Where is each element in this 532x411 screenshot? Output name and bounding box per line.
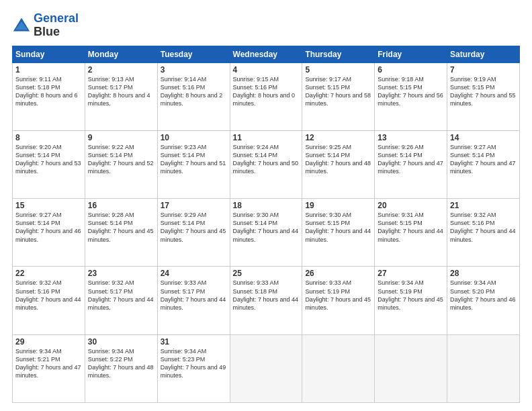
day-cell: 11Sunrise: 9:24 AMSunset: 5:14 PMDayligh…	[230, 130, 302, 198]
day-cell: 12Sunrise: 9:25 AMSunset: 5:14 PMDayligh…	[302, 130, 375, 198]
weekday-wednesday: Wednesday	[230, 46, 302, 62]
day-cell: 22Sunrise: 9:32 AMSunset: 5:16 PMDayligh…	[13, 267, 85, 334]
day-number: 31	[161, 337, 227, 347]
calendar-table: SundayMondayTuesdayWednesdayThursdayFrid…	[12, 46, 520, 403]
day-cell: 17Sunrise: 9:29 AMSunset: 5:14 PMDayligh…	[157, 199, 230, 267]
day-cell	[230, 334, 302, 402]
cell-info: Sunrise: 9:33 AMSunset: 5:17 PMDaylight:…	[161, 279, 227, 312]
day-cell: 24Sunrise: 9:33 AMSunset: 5:17 PMDayligh…	[157, 267, 230, 334]
cell-info: Sunrise: 9:30 AMSunset: 5:15 PMDaylight:…	[305, 211, 371, 244]
cell-info: Sunrise: 9:27 AMSunset: 5:14 PMDaylight:…	[450, 143, 517, 176]
header: General Blue	[12, 12, 520, 39]
cell-info: Sunrise: 9:28 AMSunset: 5:14 PMDaylight:…	[88, 211, 154, 244]
week-row-5: 29Sunrise: 9:34 AMSunset: 5:21 PMDayligh…	[13, 334, 520, 402]
day-cell: 30Sunrise: 9:34 AMSunset: 5:22 PMDayligh…	[85, 334, 157, 402]
day-number: 29	[15, 337, 82, 347]
day-cell	[302, 334, 375, 402]
day-cell: 14Sunrise: 9:27 AMSunset: 5:14 PMDayligh…	[447, 130, 520, 198]
cell-info: Sunrise: 9:11 AMSunset: 5:18 PMDaylight:…	[15, 75, 82, 108]
day-cell	[375, 334, 447, 402]
day-cell: 25Sunrise: 9:33 AMSunset: 5:18 PMDayligh…	[230, 267, 302, 334]
day-cell: 15Sunrise: 9:27 AMSunset: 5:14 PMDayligh…	[13, 199, 85, 267]
day-cell: 31Sunrise: 9:34 AMSunset: 5:23 PMDayligh…	[157, 334, 230, 402]
week-row-1: 1Sunrise: 9:11 AMSunset: 5:18 PMDaylight…	[13, 62, 520, 130]
day-cell: 26Sunrise: 9:33 AMSunset: 5:19 PMDayligh…	[302, 267, 375, 334]
day-cell: 3Sunrise: 9:14 AMSunset: 5:16 PMDaylight…	[157, 62, 230, 130]
day-number: 10	[161, 133, 227, 142]
week-row-4: 22Sunrise: 9:32 AMSunset: 5:16 PMDayligh…	[13, 267, 520, 334]
day-number: 11	[233, 133, 300, 142]
day-cell: 4Sunrise: 9:15 AMSunset: 5:16 PMDaylight…	[230, 62, 302, 130]
cell-info: Sunrise: 9:33 AMSunset: 5:18 PMDaylight:…	[233, 279, 300, 312]
weekday-saturday: Saturday	[447, 46, 520, 62]
weekday-thursday: Thursday	[302, 46, 375, 62]
cell-info: Sunrise: 9:17 AMSunset: 5:15 PMDaylight:…	[305, 75, 371, 108]
day-number: 24	[161, 269, 227, 278]
day-cell: 29Sunrise: 9:34 AMSunset: 5:21 PMDayligh…	[13, 334, 85, 402]
cell-info: Sunrise: 9:24 AMSunset: 5:14 PMDaylight:…	[233, 143, 300, 176]
cell-info: Sunrise: 9:29 AMSunset: 5:14 PMDaylight:…	[161, 211, 227, 244]
cell-info: Sunrise: 9:25 AMSunset: 5:14 PMDaylight:…	[305, 143, 371, 176]
cell-info: Sunrise: 9:34 AMSunset: 5:19 PMDaylight:…	[378, 279, 444, 312]
cell-info: Sunrise: 9:13 AMSunset: 5:17 PMDaylight:…	[88, 75, 154, 108]
cell-info: Sunrise: 9:34 AMSunset: 5:20 PMDaylight:…	[450, 279, 517, 312]
day-cell: 6Sunrise: 9:18 AMSunset: 5:15 PMDaylight…	[375, 62, 447, 130]
day-number: 6	[378, 65, 444, 75]
day-number: 27	[378, 269, 444, 278]
day-cell: 18Sunrise: 9:30 AMSunset: 5:14 PMDayligh…	[230, 199, 302, 267]
day-number: 14	[450, 133, 517, 142]
day-number: 7	[450, 65, 517, 75]
calendar-body: 1Sunrise: 9:11 AMSunset: 5:18 PMDaylight…	[13, 62, 520, 402]
logo-icon	[12, 16, 31, 35]
day-number: 8	[15, 133, 82, 142]
day-cell: 9Sunrise: 9:22 AMSunset: 5:14 PMDaylight…	[85, 130, 157, 198]
day-number: 19	[305, 201, 371, 210]
cell-info: Sunrise: 9:34 AMSunset: 5:23 PMDaylight:…	[161, 347, 227, 380]
day-number: 15	[15, 201, 82, 210]
cell-info: Sunrise: 9:19 AMSunset: 5:15 PMDaylight:…	[450, 75, 517, 108]
cell-info: Sunrise: 9:32 AMSunset: 5:17 PMDaylight:…	[88, 279, 154, 312]
day-number: 26	[305, 269, 371, 278]
day-number: 12	[305, 133, 371, 142]
day-cell: 10Sunrise: 9:23 AMSunset: 5:14 PMDayligh…	[157, 130, 230, 198]
day-cell: 2Sunrise: 9:13 AMSunset: 5:17 PMDaylight…	[85, 62, 157, 130]
logo-text: General Blue	[34, 12, 79, 39]
cell-info: Sunrise: 9:22 AMSunset: 5:14 PMDaylight:…	[88, 143, 154, 176]
day-number: 16	[88, 201, 154, 210]
cell-info: Sunrise: 9:15 AMSunset: 5:16 PMDaylight:…	[233, 75, 300, 108]
day-cell: 21Sunrise: 9:32 AMSunset: 5:16 PMDayligh…	[447, 199, 520, 267]
page: General Blue SundayMondayTuesdayWednesda…	[0, 0, 532, 411]
weekday-monday: Monday	[85, 46, 157, 62]
day-cell: 16Sunrise: 9:28 AMSunset: 5:14 PMDayligh…	[85, 199, 157, 267]
day-number: 30	[88, 337, 154, 347]
cell-info: Sunrise: 9:32 AMSunset: 5:16 PMDaylight:…	[15, 279, 82, 312]
cell-info: Sunrise: 9:30 AMSunset: 5:14 PMDaylight:…	[233, 211, 300, 244]
logo: General Blue	[12, 12, 79, 39]
day-cell: 28Sunrise: 9:34 AMSunset: 5:20 PMDayligh…	[447, 267, 520, 334]
day-number: 2	[88, 65, 154, 75]
weekday-sunday: Sunday	[13, 46, 85, 62]
day-number: 5	[305, 65, 371, 75]
cell-info: Sunrise: 9:34 AMSunset: 5:22 PMDaylight:…	[88, 347, 154, 380]
cell-info: Sunrise: 9:23 AMSunset: 5:14 PMDaylight:…	[161, 143, 227, 176]
weekday-friday: Friday	[375, 46, 447, 62]
day-number: 17	[161, 201, 227, 210]
day-cell: 27Sunrise: 9:34 AMSunset: 5:19 PMDayligh…	[375, 267, 447, 334]
cell-info: Sunrise: 9:32 AMSunset: 5:16 PMDaylight:…	[450, 211, 517, 244]
day-cell: 7Sunrise: 9:19 AMSunset: 5:15 PMDaylight…	[447, 62, 520, 130]
cell-info: Sunrise: 9:33 AMSunset: 5:19 PMDaylight:…	[305, 279, 371, 312]
cell-info: Sunrise: 9:20 AMSunset: 5:14 PMDaylight:…	[15, 143, 82, 176]
day-number: 4	[233, 65, 300, 75]
day-number: 3	[161, 65, 227, 75]
cell-info: Sunrise: 9:18 AMSunset: 5:15 PMDaylight:…	[378, 75, 444, 108]
day-cell: 20Sunrise: 9:31 AMSunset: 5:15 PMDayligh…	[375, 199, 447, 267]
day-cell: 23Sunrise: 9:32 AMSunset: 5:17 PMDayligh…	[85, 267, 157, 334]
day-number: 1	[15, 65, 82, 75]
day-number: 22	[15, 269, 82, 278]
day-number: 18	[233, 201, 300, 210]
cell-info: Sunrise: 9:26 AMSunset: 5:14 PMDaylight:…	[378, 143, 444, 176]
weekday-tuesday: Tuesday	[157, 46, 230, 62]
day-number: 20	[378, 201, 444, 210]
day-cell: 13Sunrise: 9:26 AMSunset: 5:14 PMDayligh…	[375, 130, 447, 198]
day-cell: 5Sunrise: 9:17 AMSunset: 5:15 PMDaylight…	[302, 62, 375, 130]
